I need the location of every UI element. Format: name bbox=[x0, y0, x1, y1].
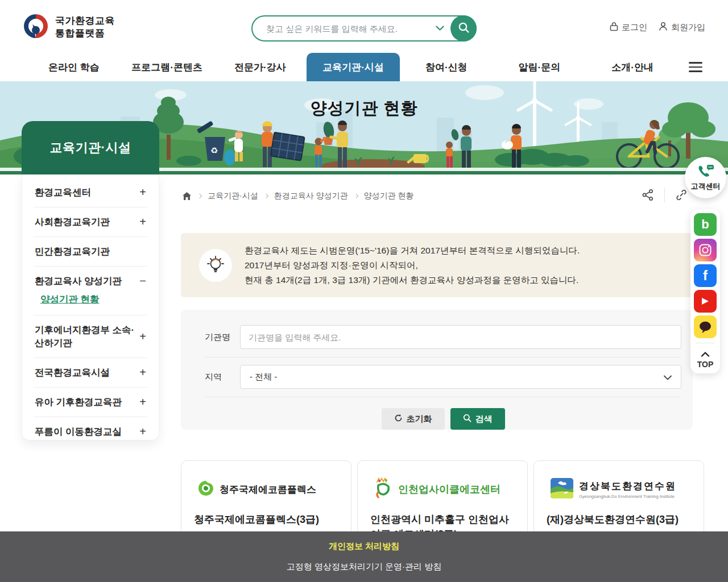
lock-icon bbox=[610, 22, 618, 33]
breadcrumb-item-1[interactable]: 교육기관·시설 bbox=[208, 191, 258, 201]
blog-icon[interactable]: b bbox=[694, 213, 717, 236]
region-select-value: - 전체 - bbox=[250, 372, 277, 383]
utility-links: 로그인 회원가입 bbox=[610, 22, 705, 33]
youtube-icon[interactable] bbox=[694, 290, 717, 313]
signup-link[interactable]: 회원가입 bbox=[659, 22, 705, 33]
chevron-up-icon bbox=[701, 349, 710, 359]
sidebar-item-kids-climate-center[interactable]: 유아 기후환경교육관+ bbox=[34, 388, 147, 417]
sidebar-item-private-env-edu[interactable]: 민간환경교육기관 bbox=[34, 237, 147, 267]
footer: 개인정보 처리방침 고정형 영상정보처리기기 운영·관리 방침 bbox=[0, 531, 728, 582]
expand-plus-icon[interactable]: + bbox=[139, 186, 146, 199]
nav-item-programs-contents[interactable]: 프로그램·콘텐츠 bbox=[121, 53, 214, 81]
sidebar-subitem-training-status[interactable]: 양성기관 현황 bbox=[40, 294, 100, 304]
breadcrumb-item-2[interactable]: 환경교육사 양성기관 bbox=[274, 191, 348, 201]
gyeongbuk-institute-logo-icon bbox=[550, 476, 574, 502]
breadcrumb-item-3[interactable]: 양성기관 현황 bbox=[364, 191, 414, 201]
filter-form: 기관명 지역 - 전체 - 초기화 검색 bbox=[181, 310, 693, 430]
share-icon[interactable] bbox=[642, 189, 654, 201]
chevron-down-icon bbox=[664, 372, 672, 382]
privacy-policy-link[interactable]: 개인정보 처리방침 bbox=[329, 541, 399, 552]
sidebar-menu: 환경교육센터+ 사회환경교육기관+ 민간환경교육기관 환경교육사 양성기관− 양… bbox=[22, 174, 159, 440]
nav-item-notices[interactable]: 알림·문의 bbox=[493, 53, 586, 81]
search-icon bbox=[463, 414, 471, 424]
region-row: 지역 - 전체 - bbox=[205, 357, 681, 397]
main-navigation: 온라인 학습 프로그램·콘텐츠 전문가·강사 교육기관·시설 참여·신청 알림·… bbox=[0, 53, 728, 81]
top-label: TOP bbox=[697, 360, 714, 369]
kakaotalk-icon[interactable] bbox=[694, 315, 717, 338]
card-logo-subtext: Gyeongsangbuk-Do Environment Training In… bbox=[579, 494, 676, 499]
page-title: 양성기관 현황 bbox=[0, 97, 728, 120]
incheon-upcycle-logo-icon bbox=[374, 477, 393, 501]
reset-button[interactable]: 초기화 bbox=[382, 408, 445, 430]
page-tools bbox=[642, 188, 688, 202]
form-actions: 초기화 검색 bbox=[205, 408, 681, 430]
menu-hamburger-icon[interactable] bbox=[679, 53, 712, 81]
sidebar-item-national-facilities[interactable]: 전국환경교육시설+ bbox=[34, 358, 147, 388]
region-label: 지역 bbox=[205, 372, 240, 383]
expand-plus-icon[interactable]: + bbox=[139, 396, 146, 409]
site-title: 국가환경교육 통합플랫폼 bbox=[55, 15, 115, 40]
header: 국가환경교육 통합플랫폼 로그인 bbox=[0, 0, 728, 53]
notice-infobox: 환경교육사 제도는 시범운영('15~'16)을 거쳐 2017년부터 본격적으… bbox=[181, 233, 693, 297]
svg-text:♻: ♻ bbox=[210, 146, 218, 155]
org-name-label: 기관명 bbox=[205, 332, 240, 343]
government-emblem-icon bbox=[23, 13, 49, 41]
phone-chat-icon bbox=[697, 164, 714, 180]
search-scope-chevron-down-icon[interactable] bbox=[431, 26, 448, 31]
notice-text: 환경교육사 제도는 시범운영('15~'16)을 거쳐 2017년부터 본격적으… bbox=[245, 243, 580, 288]
card-title: (재)경상북도환경연수원(3급) bbox=[547, 512, 691, 527]
expand-plus-icon[interactable]: + bbox=[139, 425, 146, 438]
social-panel: b f TOP bbox=[690, 209, 720, 373]
refresh-icon bbox=[394, 414, 403, 424]
nav-item-online-learning[interactable]: 온라인 학습 bbox=[27, 53, 121, 81]
customer-center-label: 고객센터 bbox=[691, 181, 721, 192]
search-icon bbox=[458, 22, 470, 35]
expand-plus-icon[interactable]: + bbox=[139, 215, 146, 228]
nav-item-experts-instructors[interactable]: 전문가·강사 bbox=[213, 53, 307, 81]
nav-item-institutions-facilities[interactable]: 교육기관·시설 bbox=[307, 53, 400, 81]
nav-item-about[interactable]: 소개·안내 bbox=[586, 53, 679, 81]
customer-center-button[interactable]: 고객센터 bbox=[685, 157, 726, 198]
card-title: 청주국제에코콤플렉스(3급) bbox=[194, 512, 338, 527]
card-logo-text: 경상북도환경연수원 bbox=[579, 480, 676, 493]
facebook-icon[interactable]: f bbox=[694, 264, 717, 287]
login-link[interactable]: 로그인 bbox=[610, 22, 647, 33]
global-search bbox=[251, 15, 477, 41]
sidebar-item-env-edu-center[interactable]: 환경교육센터+ bbox=[34, 178, 147, 207]
sidebar-item-social-env-edu[interactable]: 사회환경교육기관+ bbox=[34, 207, 147, 237]
collapse-minus-icon[interactable]: − bbox=[139, 275, 146, 288]
org-name-row: 기관명 bbox=[205, 325, 681, 357]
org-name-input[interactable] bbox=[240, 325, 681, 349]
global-search-input[interactable] bbox=[253, 16, 431, 40]
cctv-policy-link[interactable]: 고정형 영상정보처리기기 운영·관리 방침 bbox=[287, 562, 442, 572]
sidebar-item-trainer-institutions[interactable]: 환경교육사 양성기관− bbox=[34, 267, 147, 291]
cheongju-ecocomplex-logo-icon bbox=[197, 480, 214, 499]
instagram-icon[interactable] bbox=[694, 239, 717, 261]
expand-plus-icon[interactable]: + bbox=[139, 330, 146, 343]
page: 국가환경교육 통합플랫폼 로그인 bbox=[0, 0, 728, 582]
sidebar-item-ministry-affiliates[interactable]: 기후에너지환경부 소속· 산하기관+ bbox=[34, 315, 147, 358]
copy-link-icon[interactable] bbox=[675, 189, 688, 201]
submit-search-button[interactable]: 검색 bbox=[450, 408, 505, 430]
person-icon bbox=[659, 22, 668, 33]
search-button[interactable] bbox=[450, 15, 477, 41]
home-icon[interactable] bbox=[182, 192, 192, 201]
region-select[interactable]: - 전체 - bbox=[240, 365, 681, 389]
card-logo-text: 청주국제에코콤플렉스 bbox=[220, 483, 316, 496]
sidebar-item-mobile-classroom[interactable]: 푸름이 이동환경교실+ bbox=[34, 417, 147, 446]
expand-plus-icon[interactable]: + bbox=[139, 366, 146, 379]
site-logo[interactable]: 국가환경교육 통합플랫폼 bbox=[23, 13, 115, 41]
breadcrumb: 교육기관·시설 환경교육사 양성기관 양성기관 현황 bbox=[182, 191, 413, 201]
scroll-to-top-button[interactable]: TOP bbox=[697, 348, 714, 369]
sidebar-subitem-wrap: 양성기관 현황 bbox=[34, 291, 147, 315]
lightbulb-icon bbox=[199, 249, 232, 282]
card-logo-text: 인천업사이클에코센터 bbox=[398, 483, 500, 496]
nav-item-participation[interactable]: 참여·신청 bbox=[400, 53, 493, 81]
sidebar-title: 교육기관·시설 bbox=[22, 121, 159, 174]
